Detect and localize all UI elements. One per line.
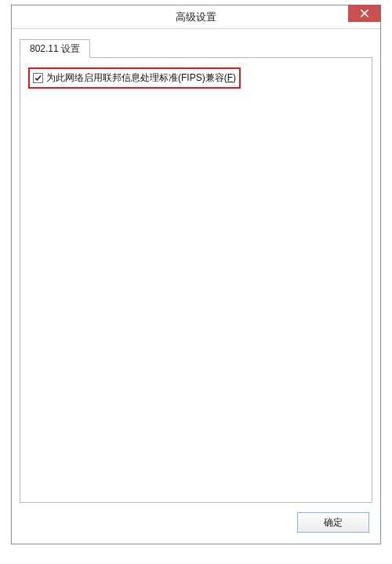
tab-control: 802.11 设置 为此网络启用联邦信息处理标准(FIPS)兼容 <box>20 38 372 503</box>
tab-panel: 为此网络启用联邦信息处理标准(FIPS)兼容(F) <box>20 57 372 503</box>
checkbox-box <box>33 73 43 83</box>
window-title: 高级设置 <box>176 10 216 24</box>
checkmark-icon <box>34 74 42 82</box>
label-post: ) <box>233 72 236 83</box>
page-root: 高级设置 802.11 设置 <box>0 0 392 564</box>
fips-checkbox-label: 为此网络启用联邦信息处理标准(FIPS)兼容(F) <box>46 71 236 85</box>
dialog-button-row: 确定 <box>297 512 369 533</box>
titlebar: 高级设置 <box>12 5 380 29</box>
tab-80211-settings[interactable]: 802.11 设置 <box>20 39 90 58</box>
dialog-window: 高级设置 802.11 设置 <box>11 5 381 544</box>
close-button[interactable] <box>348 5 381 22</box>
annotation-highlight: 为此网络启用联邦信息处理标准(FIPS)兼容(F) <box>28 67 241 89</box>
tab-label: 802.11 设置 <box>30 42 80 56</box>
label-pre: 为此网络启用联邦信息处理标准(FIPS)兼容( <box>46 72 227 83</box>
fips-checkbox[interactable]: 为此网络启用联邦信息处理标准(FIPS)兼容(F) <box>33 71 236 85</box>
ok-button-label: 确定 <box>324 516 343 529</box>
close-icon <box>361 9 368 17</box>
ok-button[interactable]: 确定 <box>297 512 369 533</box>
client-area: 802.11 设置 为此网络启用联邦信息处理标准(FIPS)兼容 <box>12 29 380 544</box>
tab-header: 802.11 设置 <box>20 38 372 57</box>
label-mnemonic: F <box>227 72 233 83</box>
